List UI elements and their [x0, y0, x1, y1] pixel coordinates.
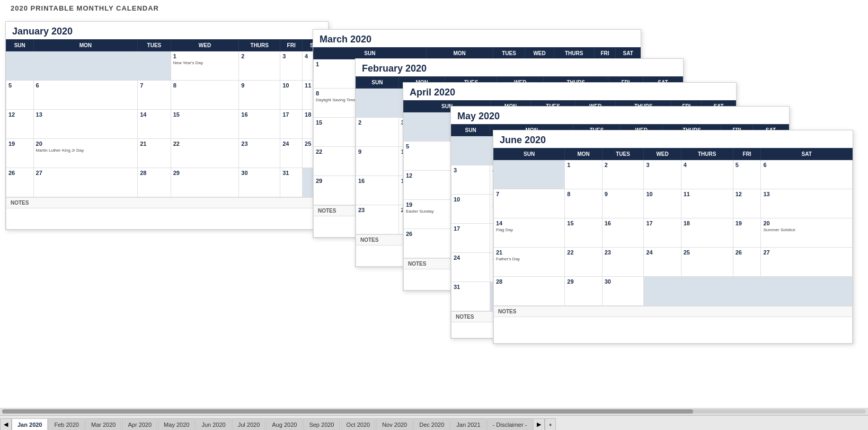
col-wed: WED [525, 48, 554, 59]
table-row: 17 [280, 110, 303, 139]
col-sun: SUN [451, 125, 490, 136]
tab-oct-2020[interactable]: Oct 2020 [341, 418, 376, 430]
col-mon: MON [33, 40, 138, 51]
tab-jul-2020[interactable]: Jul 2020 [232, 418, 266, 430]
table-row: 3 [280, 51, 303, 81]
table-row: 17 [451, 224, 490, 253]
table-row: 3 [451, 165, 490, 195]
table-row: 26 [733, 248, 761, 277]
table-row: 9 [356, 147, 399, 176]
table-row: 11 [681, 189, 733, 218]
tab-apr-2020[interactable]: Apr 2020 [122, 418, 157, 430]
table-row: 16 [602, 218, 644, 248]
col-wed: WED [644, 148, 681, 160]
col-tue: TUES [493, 48, 525, 59]
table-row: 12 [733, 189, 761, 218]
table-row: 28 [494, 277, 565, 306]
table-row [33, 51, 138, 81]
col-sun: SUN [356, 77, 399, 89]
tab-scroll-left[interactable]: ◀ [0, 418, 12, 430]
table-row: 27 [761, 248, 853, 277]
table-row: 30 [602, 277, 644, 306]
table-row: 16 [356, 176, 399, 205]
table-row: 17 [644, 218, 681, 248]
calendar-june: June 2020 SUN MON TUES WED THURS FRI SAT… [493, 130, 853, 344]
tab-feb-2020[interactable]: Feb 2020 [48, 418, 84, 430]
tab-scroll-right[interactable]: ▶ [533, 418, 545, 430]
february-title: February 2020 [356, 59, 683, 76]
tab-nov-2020[interactable]: Nov 2020 [376, 418, 413, 430]
col-sun: SUN [314, 48, 427, 59]
tab-sep-2020[interactable]: Sep 2020 [303, 418, 340, 430]
table-row: 12 [6, 110, 34, 139]
scrollbar-area[interactable] [0, 408, 868, 415]
col-tue: TUES [138, 40, 171, 51]
table-row: 5 [733, 160, 761, 189]
tab-dec-2020[interactable]: Dec 2020 [413, 418, 450, 430]
june-grid: SUN MON TUES WED THURS FRI SAT 1 2 3 4 5 [493, 148, 853, 306]
table-row: 28 [138, 168, 171, 197]
col-sun: SUN [6, 40, 34, 51]
june-notes: NOTES [493, 306, 853, 317]
col-wed: WED [171, 40, 239, 51]
scrollbar-thumb[interactable] [2, 409, 693, 414]
table-row: 23 [602, 248, 644, 277]
january-notes: NOTES [6, 197, 328, 208]
table-row: 10 [451, 195, 490, 224]
table-row: 19 [733, 218, 761, 248]
table-row: 8 [171, 81, 239, 110]
april-title: April 2020 [403, 83, 736, 100]
main-area: 2020 PRINTABLE MONTHLY CALENDAR January … [0, 0, 868, 430]
table-row: 25 [681, 248, 733, 277]
scrollbar-track[interactable] [2, 409, 866, 414]
june-title: June 2020 [493, 130, 853, 148]
table-row: 29 [171, 168, 239, 197]
col-mon: MON [426, 48, 493, 59]
page-title: 2020 PRINTABLE MONTHLY CALENDAR [0, 0, 868, 14]
table-row: 9 [239, 81, 280, 110]
tab-add[interactable]: + [545, 418, 555, 430]
table-row: 7 [138, 81, 171, 110]
tab-disclaimer[interactable]: - Disclaimer - [487, 418, 533, 430]
table-row: 23 [356, 205, 399, 234]
table-row [356, 89, 399, 118]
january-grid: SUN MON TUES WED THURS FRI SAT 1New Year… [6, 39, 328, 197]
march-title: March 2020 [313, 30, 641, 47]
col-thu: THURS [554, 48, 594, 59]
table-row: 31 [451, 282, 490, 311]
table-row: 5 [6, 81, 34, 110]
tab-aug-2020[interactable]: Aug 2020 [266, 418, 303, 430]
table-row: 6 [761, 160, 853, 189]
table-row: 13 [761, 189, 853, 218]
col-sat: SAT [761, 148, 853, 160]
table-row: 16 [239, 110, 280, 139]
table-row [761, 277, 853, 306]
col-thu: THURS [681, 148, 733, 160]
tab-jan-2020[interactable]: Jan 2020 [12, 418, 48, 430]
table-row: 23 [239, 139, 280, 168]
table-row: 10 [280, 81, 303, 110]
table-row: 6 [33, 81, 138, 110]
table-row: 4 [681, 160, 733, 189]
table-row: 21Father's Day [494, 248, 565, 277]
table-row: 31 [280, 168, 303, 197]
table-row: 15 [565, 218, 602, 248]
table-row: 14 [138, 110, 171, 139]
col-sun: SUN [494, 148, 565, 160]
tab-jan-2021[interactable]: Jan 2021 [450, 418, 486, 430]
table-row: 20Summer Solstice [761, 218, 853, 248]
table-row: 3 [644, 160, 681, 189]
tab-may-2020[interactable]: May 2020 [158, 418, 195, 430]
table-row [451, 136, 490, 165]
col-fri: FRI [594, 48, 616, 59]
table-row: 7 [494, 189, 565, 218]
col-mon: MON [565, 148, 602, 160]
table-row: 24 [644, 248, 681, 277]
table-row [681, 277, 733, 306]
tab-mar-2020[interactable]: Mar 2020 [85, 418, 121, 430]
table-row: 2 [602, 160, 644, 189]
col-fri: FRI [280, 40, 303, 51]
tab-jun-2020[interactable]: Jun 2020 [196, 418, 231, 430]
table-row: 2 [356, 118, 399, 147]
table-row: 8 [565, 189, 602, 218]
